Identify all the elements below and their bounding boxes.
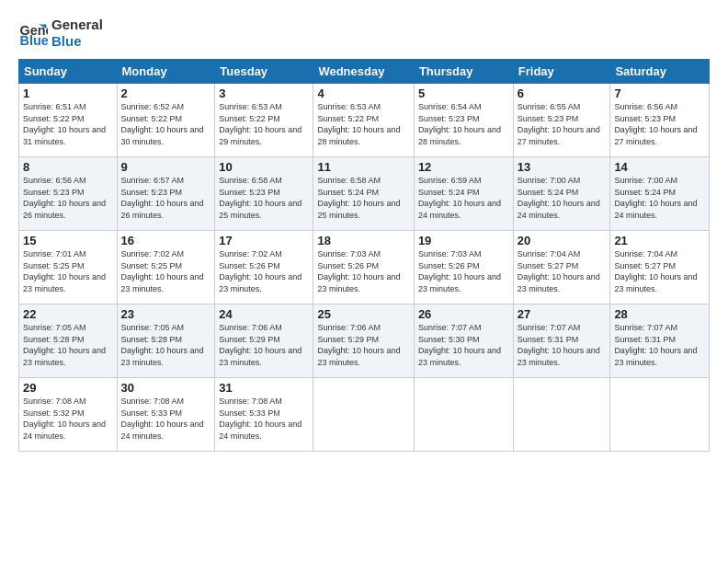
day-info: Sunrise: 7:06 AM Sunset: 5:29 PM Dayligh… [219, 322, 309, 368]
day-info: Sunrise: 7:04 AM Sunset: 5:27 PM Dayligh… [518, 248, 607, 294]
calendar-cell: 24 Sunrise: 7:06 AM Sunset: 5:29 PM Dayl… [215, 304, 313, 378]
calendar-cell: 8 Sunrise: 6:56 AM Sunset: 5:23 PM Dayli… [19, 157, 118, 231]
day-info: Sunrise: 6:56 AM Sunset: 5:23 PM Dayligh… [23, 175, 113, 221]
col-header-saturday: Saturday [610, 60, 710, 84]
col-header-monday: Monday [117, 60, 215, 84]
calendar-cell [610, 378, 710, 452]
day-number: 26 [418, 307, 509, 321]
day-info: Sunrise: 6:51 AM Sunset: 5:22 PM Dayligh… [23, 101, 113, 147]
day-info: Sunrise: 7:02 AM Sunset: 5:25 PM Dayligh… [121, 248, 211, 294]
calendar-cell: 21 Sunrise: 7:04 AM Sunset: 5:27 PM Dayl… [610, 231, 710, 304]
calendar-cell: 2 Sunrise: 6:52 AM Sunset: 5:22 PM Dayli… [117, 84, 215, 157]
day-number: 9 [121, 160, 211, 174]
calendar-cell: 22 Sunrise: 7:05 AM Sunset: 5:28 PM Dayl… [19, 304, 118, 378]
page: General Blue General Blue SundayMondayTu… [0, 0, 728, 563]
day-info: Sunrise: 6:57 AM Sunset: 5:23 PM Dayligh… [121, 175, 211, 221]
day-number: 1 [23, 86, 113, 100]
day-number: 13 [518, 160, 607, 174]
day-number: 25 [317, 307, 409, 321]
header: General Blue General Blue [18, 17, 710, 50]
calendar-week-row: 22 Sunrise: 7:05 AM Sunset: 5:28 PM Dayl… [19, 304, 710, 378]
calendar-cell [513, 378, 610, 452]
day-number: 28 [614, 307, 705, 321]
calendar-week-row: 29 Sunrise: 7:08 AM Sunset: 5:32 PM Dayl… [19, 378, 710, 452]
day-info: Sunrise: 7:03 AM Sunset: 5:26 PM Dayligh… [418, 248, 509, 294]
col-header-friday: Friday [513, 60, 610, 84]
logo: General Blue General Blue [18, 17, 103, 50]
calendar-cell: 20 Sunrise: 7:04 AM Sunset: 5:27 PM Dayl… [513, 231, 610, 304]
day-number: 19 [418, 234, 509, 247]
calendar-cell: 31 Sunrise: 7:08 AM Sunset: 5:33 PM Dayl… [215, 378, 313, 452]
calendar-cell: 27 Sunrise: 7:07 AM Sunset: 5:31 PM Dayl… [513, 304, 610, 378]
day-number: 14 [614, 160, 705, 174]
calendar-cell: 18 Sunrise: 7:03 AM Sunset: 5:26 PM Dayl… [313, 231, 414, 304]
calendar-cell [414, 378, 513, 452]
day-number: 22 [23, 307, 113, 321]
calendar-week-row: 8 Sunrise: 6:56 AM Sunset: 5:23 PM Dayli… [19, 157, 710, 231]
day-number: 3 [219, 86, 309, 100]
calendar-week-row: 15 Sunrise: 7:01 AM Sunset: 5:25 PM Dayl… [19, 231, 710, 304]
col-header-sunday: Sunday [19, 60, 118, 84]
day-number: 29 [23, 381, 113, 395]
calendar-cell: 29 Sunrise: 7:08 AM Sunset: 5:32 PM Dayl… [19, 378, 118, 452]
day-info: Sunrise: 7:03 AM Sunset: 5:26 PM Dayligh… [317, 248, 409, 294]
day-number: 15 [23, 234, 113, 247]
calendar-cell: 4 Sunrise: 6:53 AM Sunset: 5:22 PM Dayli… [313, 84, 414, 157]
col-header-thursday: Thursday [414, 60, 513, 84]
day-info: Sunrise: 7:07 AM Sunset: 5:30 PM Dayligh… [418, 322, 509, 368]
col-header-tuesday: Tuesday [215, 60, 313, 84]
calendar-cell: 9 Sunrise: 6:57 AM Sunset: 5:23 PM Dayli… [117, 157, 215, 231]
calendar-header-row: SundayMondayTuesdayWednesdayThursdayFrid… [19, 60, 710, 84]
calendar-cell: 3 Sunrise: 6:53 AM Sunset: 5:22 PM Dayli… [215, 84, 313, 157]
day-info: Sunrise: 7:05 AM Sunset: 5:28 PM Dayligh… [121, 322, 211, 368]
calendar: SundayMondayTuesdayWednesdayThursdayFrid… [18, 59, 710, 452]
calendar-cell: 23 Sunrise: 7:05 AM Sunset: 5:28 PM Dayl… [117, 304, 215, 378]
calendar-cell: 1 Sunrise: 6:51 AM Sunset: 5:22 PM Dayli… [19, 84, 118, 157]
day-info: Sunrise: 7:00 AM Sunset: 5:24 PM Dayligh… [614, 175, 705, 221]
calendar-week-row: 1 Sunrise: 6:51 AM Sunset: 5:22 PM Dayli… [19, 84, 710, 157]
calendar-cell: 30 Sunrise: 7:08 AM Sunset: 5:33 PM Dayl… [117, 378, 215, 452]
day-number: 16 [121, 234, 211, 247]
day-info: Sunrise: 7:04 AM Sunset: 5:27 PM Dayligh… [614, 248, 705, 294]
calendar-cell: 15 Sunrise: 7:01 AM Sunset: 5:25 PM Dayl… [19, 231, 118, 304]
logo-text-blue: Blue [51, 33, 103, 50]
calendar-cell [313, 378, 414, 452]
col-header-wednesday: Wednesday [313, 60, 414, 84]
calendar-cell: 6 Sunrise: 6:55 AM Sunset: 5:23 PM Dayli… [513, 84, 610, 157]
calendar-cell: 5 Sunrise: 6:54 AM Sunset: 5:23 PM Dayli… [414, 84, 513, 157]
day-info: Sunrise: 6:52 AM Sunset: 5:22 PM Dayligh… [121, 101, 211, 147]
day-number: 6 [518, 86, 607, 100]
day-info: Sunrise: 6:56 AM Sunset: 5:23 PM Dayligh… [614, 101, 705, 147]
calendar-cell: 26 Sunrise: 7:07 AM Sunset: 5:30 PM Dayl… [414, 304, 513, 378]
day-info: Sunrise: 6:54 AM Sunset: 5:23 PM Dayligh… [418, 101, 509, 147]
day-info: Sunrise: 6:58 AM Sunset: 5:23 PM Dayligh… [219, 175, 309, 221]
day-number: 11 [317, 160, 409, 174]
day-info: Sunrise: 7:00 AM Sunset: 5:24 PM Dayligh… [518, 175, 607, 221]
calendar-cell: 19 Sunrise: 7:03 AM Sunset: 5:26 PM Dayl… [414, 231, 513, 304]
day-number: 12 [418, 160, 509, 174]
day-number: 20 [518, 234, 607, 247]
calendar-cell: 11 Sunrise: 6:58 AM Sunset: 5:24 PM Dayl… [313, 157, 414, 231]
svg-text:Blue: Blue [20, 33, 48, 48]
calendar-cell: 25 Sunrise: 7:06 AM Sunset: 5:29 PM Dayl… [313, 304, 414, 378]
day-number: 10 [219, 160, 309, 174]
calendar-cell: 14 Sunrise: 7:00 AM Sunset: 5:24 PM Dayl… [610, 157, 710, 231]
day-info: Sunrise: 7:06 AM Sunset: 5:29 PM Dayligh… [317, 322, 409, 368]
day-info: Sunrise: 6:53 AM Sunset: 5:22 PM Dayligh… [219, 101, 309, 147]
calendar-cell: 10 Sunrise: 6:58 AM Sunset: 5:23 PM Dayl… [215, 157, 313, 231]
day-number: 5 [418, 86, 509, 100]
day-number: 17 [219, 234, 309, 247]
logo-icon: General Blue [18, 18, 48, 48]
day-number: 2 [121, 86, 211, 100]
day-info: Sunrise: 6:55 AM Sunset: 5:23 PM Dayligh… [518, 101, 607, 147]
logo-text-general: General [51, 17, 103, 33]
day-info: Sunrise: 7:08 AM Sunset: 5:32 PM Dayligh… [23, 396, 113, 442]
day-info: Sunrise: 7:07 AM Sunset: 5:31 PM Dayligh… [614, 322, 705, 368]
calendar-cell: 12 Sunrise: 6:59 AM Sunset: 5:24 PM Dayl… [414, 157, 513, 231]
calendar-cell: 16 Sunrise: 7:02 AM Sunset: 5:25 PM Dayl… [117, 231, 215, 304]
calendar-cell: 28 Sunrise: 7:07 AM Sunset: 5:31 PM Dayl… [610, 304, 710, 378]
day-number: 30 [121, 381, 211, 395]
day-info: Sunrise: 7:07 AM Sunset: 5:31 PM Dayligh… [518, 322, 607, 368]
day-info: Sunrise: 7:05 AM Sunset: 5:28 PM Dayligh… [23, 322, 113, 368]
day-number: 27 [518, 307, 607, 321]
